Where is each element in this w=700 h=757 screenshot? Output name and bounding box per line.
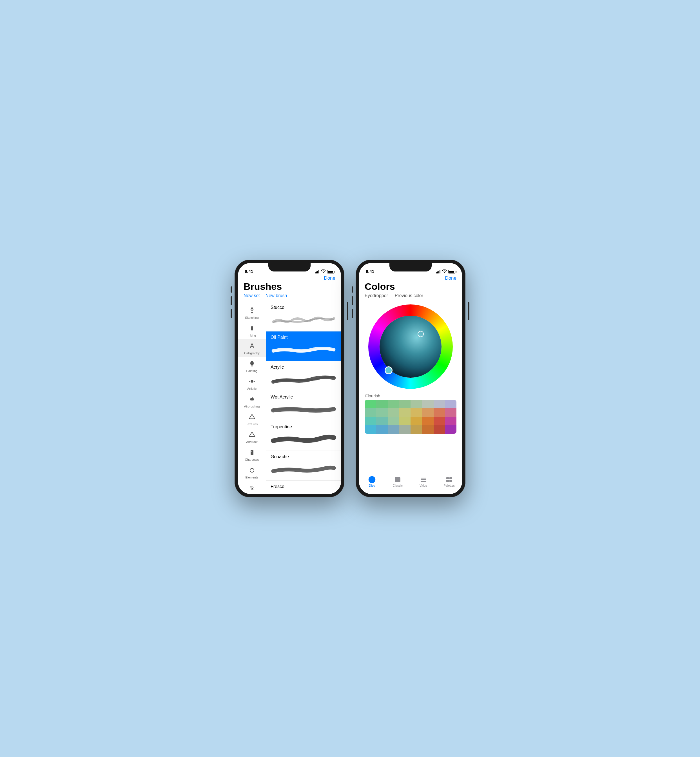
palette-cell-20[interactable] — [411, 417, 422, 425]
done-button-2[interactable]: Done — [445, 275, 456, 281]
done-button[interactable]: Done — [324, 275, 335, 281]
palette-cell-16[interactable] — [365, 417, 376, 425]
palette-cell-9[interactable] — [376, 408, 388, 417]
eyedropper-button[interactable]: Eyedropper — [365, 293, 388, 298]
volume-up-button[interactable] — [231, 296, 232, 305]
airbrushing-icon — [247, 395, 256, 404]
power-button-2[interactable] — [468, 302, 469, 320]
palette-cell-5[interactable] — [422, 400, 434, 408]
sidebar-item-inking[interactable]: Inking — [238, 322, 266, 339]
brush-item-fresco[interactable]: Fresco — [266, 481, 341, 494]
artistic-icon — [247, 377, 256, 386]
textures-icon — [247, 413, 256, 422]
tab-classic[interactable]: Classic — [385, 477, 411, 487]
palette-cell-4[interactable] — [411, 400, 422, 408]
sidebar-item-elements[interactable]: Elements — [238, 463, 266, 481]
sidebar-label-artistic: Artistic — [247, 387, 256, 390]
tab-disc[interactable]: Disc — [359, 477, 385, 487]
sidebar-item-spraypaints[interactable]: Spraypaints — [238, 481, 266, 494]
palette-cell-13[interactable] — [422, 408, 434, 417]
sidebar-item-artistic[interactable]: Artistic — [238, 375, 266, 393]
palette-cell-26[interactable] — [388, 425, 399, 434]
palette-cell-29[interactable] — [422, 425, 434, 434]
sidebar-label-elements: Elements — [245, 475, 258, 479]
brush-item-acrylic[interactable]: Acrylic — [266, 361, 341, 391]
palette-label: Flourish — [365, 393, 380, 398]
palette-cell-25[interactable] — [376, 425, 388, 434]
palette-cell-30[interactable] — [434, 425, 445, 434]
brush-item-oilpaint[interactable]: Oil Paint — [266, 332, 341, 361]
sidebar-item-charcoals[interactable]: Charcoals — [238, 446, 266, 463]
palette-cell-3[interactable] — [399, 400, 411, 408]
brush-stroke-fresco — [270, 491, 336, 494]
palette-cell-11[interactable] — [399, 408, 411, 417]
sidebar-item-abstract[interactable]: Abstract — [238, 428, 266, 446]
palette-cell-14[interactable] — [434, 408, 445, 417]
brush-item-gouache[interactable]: Gouache — [266, 451, 341, 481]
signal-icon — [315, 270, 320, 274]
volume-down-button-2[interactable] — [352, 309, 353, 318]
volume-up-button-2[interactable] — [352, 296, 353, 305]
brush-item-stucco[interactable]: Stucco — [266, 302, 341, 332]
wifi-icon-2 — [442, 269, 447, 274]
sidebar-item-textures[interactable]: Textures — [238, 410, 266, 428]
palette-cell-21[interactable] — [422, 417, 434, 425]
abstract-icon — [247, 430, 256, 439]
palette-cell-0[interactable] — [365, 400, 376, 408]
volume-down-button[interactable] — [231, 309, 232, 318]
elements-icon — [247, 466, 256, 475]
silent-switch — [231, 286, 232, 292]
sidebar-item-sketching[interactable]: Sketching — [238, 304, 266, 322]
palette-cell-7[interactable] — [445, 400, 456, 408]
new-set-button[interactable]: New set — [244, 293, 260, 298]
wifi-icon — [321, 269, 325, 274]
charcoals-icon — [247, 448, 256, 457]
palette-cell-24[interactable] — [365, 425, 376, 434]
color-wheel[interactable] — [368, 305, 453, 389]
brush-item-wetacrylic[interactable]: Wet Acrylic — [266, 391, 341, 421]
brush-stroke-stucco — [270, 312, 336, 328]
brush-name-turpentine: Turpentine — [270, 424, 336, 430]
palette-cell-6[interactable] — [434, 400, 445, 408]
tab-label-disc: Disc — [369, 484, 375, 487]
power-button[interactable] — [347, 302, 348, 320]
palette-cell-22[interactable] — [434, 417, 445, 425]
new-brush-button[interactable]: New brush — [266, 293, 287, 298]
palette-cell-28[interactable] — [411, 425, 422, 434]
sidebar-item-painting[interactable]: Painting — [238, 357, 266, 375]
palette-cell-8[interactable] — [365, 408, 376, 417]
sidebar-item-airbrushing[interactable]: Airbrushing — [238, 393, 266, 410]
classic-tab-icon — [394, 477, 402, 483]
status-icons-2 — [436, 269, 456, 274]
sidebar-label-calligraphy: Calligraphy — [244, 352, 259, 355]
inner-cursor — [417, 331, 424, 337]
tab-label-palettes: Palettes — [444, 484, 455, 487]
brush-name-acrylic: Acrylic — [270, 365, 336, 370]
brush-item-turpentine[interactable]: Turpentine — [266, 421, 341, 451]
palette-cell-23[interactable] — [445, 417, 456, 425]
silent-switch-2 — [352, 286, 353, 292]
svg-point-9 — [250, 486, 252, 488]
tab-value[interactable]: Value — [411, 477, 436, 487]
palette-cell-19[interactable] — [399, 417, 411, 425]
battery-fill-2 — [449, 271, 454, 273]
svg-rect-6 — [251, 450, 253, 455]
svg-point-16 — [252, 489, 253, 490]
palette-cell-1[interactable] — [376, 400, 388, 408]
palette-cell-27[interactable] — [399, 425, 411, 434]
svg-rect-4 — [252, 397, 253, 399]
palette-cell-10[interactable] — [388, 408, 399, 417]
palette-cell-15[interactable] — [445, 408, 456, 417]
palette-cell-18[interactable] — [388, 417, 399, 425]
sidebar-item-calligraphy[interactable]: Calligraphy — [238, 339, 266, 357]
outer-cursor — [384, 366, 392, 374]
brush-stroke-wetacrylic — [270, 402, 336, 418]
palette-cell-31[interactable] — [445, 425, 456, 434]
previous-color-button[interactable]: Previous color — [395, 293, 423, 298]
status-time: 9:41 — [245, 269, 253, 274]
palette-cell-2[interactable] — [388, 400, 399, 408]
palette-cell-17[interactable] — [376, 417, 388, 425]
brush-name-wetacrylic: Wet Acrylic — [270, 394, 336, 400]
tab-palettes[interactable]: Palettes — [436, 477, 462, 487]
palette-cell-12[interactable] — [411, 408, 422, 417]
